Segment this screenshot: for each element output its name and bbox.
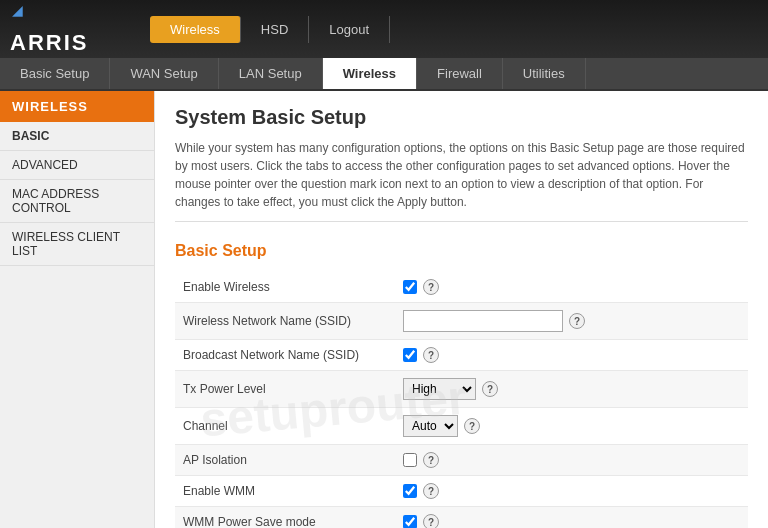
help-icon[interactable]: ? bbox=[569, 313, 585, 329]
table-row: Enable WMM? bbox=[175, 476, 748, 507]
checkbox-enable-wmm[interactable] bbox=[403, 484, 417, 498]
field-label: Channel bbox=[175, 408, 395, 445]
help-icon[interactable]: ? bbox=[423, 514, 439, 528]
header-nav-hsd[interactable]: HSD bbox=[241, 16, 309, 43]
table-row: ChannelAuto1234567891011? bbox=[175, 408, 748, 445]
help-icon[interactable]: ? bbox=[482, 381, 498, 397]
checkbox-enable-wireless[interactable] bbox=[403, 280, 417, 294]
field-label: AP Isolation bbox=[175, 445, 395, 476]
sidebar-item-advanced[interactable]: ADVANCED bbox=[0, 151, 154, 180]
table-row: Enable Wireless? bbox=[175, 272, 748, 303]
header: ◢ ARRIS WirelessHSDLogout bbox=[0, 0, 768, 58]
sidebar-item-basic[interactable]: BASIC bbox=[0, 122, 154, 151]
table-row: Tx Power LevelHighMediumLow? bbox=[175, 371, 748, 408]
text-wireless-network-name-(ssid)[interactable] bbox=[403, 310, 563, 332]
header-nav-wireless[interactable]: Wireless bbox=[150, 16, 241, 43]
sidebar-item-wireless-client-list[interactable]: WIRELESS CLIENT LIST bbox=[0, 223, 154, 266]
field-label: WMM Power Save mode bbox=[175, 507, 395, 529]
table-row: Wireless Network Name (SSID)? bbox=[175, 303, 748, 340]
sidebar: WIRELESS BASICADVANCEDMAC ADDRESS CONTRO… bbox=[0, 91, 155, 528]
help-icon[interactable]: ? bbox=[423, 483, 439, 499]
checkbox-wmm-power-save-mode[interactable] bbox=[403, 515, 417, 528]
help-icon[interactable]: ? bbox=[423, 279, 439, 295]
table-row: Broadcast Network Name (SSID)? bbox=[175, 340, 748, 371]
page-description: While your system has many configuration… bbox=[175, 139, 748, 222]
logo-bird: ◢ bbox=[12, 2, 88, 18]
header-nav: WirelessHSDLogout bbox=[150, 16, 390, 43]
field-label: Wireless Network Name (SSID) bbox=[175, 303, 395, 340]
field-label: Tx Power Level bbox=[175, 371, 395, 408]
main-content: System Basic Setup While your system has… bbox=[155, 91, 768, 528]
field-label: Enable Wireless bbox=[175, 272, 395, 303]
page-title: System Basic Setup bbox=[175, 106, 748, 129]
tab-utilities[interactable]: Utilities bbox=[503, 58, 586, 89]
field-label: Broadcast Network Name (SSID) bbox=[175, 340, 395, 371]
table-row: AP Isolation? bbox=[175, 445, 748, 476]
help-icon[interactable]: ? bbox=[423, 347, 439, 363]
checkbox-ap-isolation[interactable] bbox=[403, 453, 417, 467]
tab-wan-setup[interactable]: WAN Setup bbox=[110, 58, 218, 89]
tab-firewall[interactable]: Firewall bbox=[417, 58, 503, 89]
sidebar-item-mac-address-control[interactable]: MAC ADDRESS CONTROL bbox=[0, 180, 154, 223]
header-nav-logout[interactable]: Logout bbox=[309, 16, 390, 43]
select-tx-power-level[interactable]: HighMediumLow bbox=[403, 378, 476, 400]
field-label: Enable WMM bbox=[175, 476, 395, 507]
logo-text: ARRIS bbox=[10, 30, 88, 55]
checkbox-broadcast-network-name-(ssid)[interactable] bbox=[403, 348, 417, 362]
select-channel[interactable]: Auto1234567891011 bbox=[403, 415, 458, 437]
top-tabs-bar: Basic SetupWAN SetupLAN SetupWirelessFir… bbox=[0, 58, 768, 91]
tab-basic-setup[interactable]: Basic Setup bbox=[0, 58, 110, 89]
help-icon[interactable]: ? bbox=[464, 418, 480, 434]
tab-lan-setup[interactable]: LAN Setup bbox=[219, 58, 323, 89]
help-icon[interactable]: ? bbox=[423, 452, 439, 468]
tab-wireless[interactable]: Wireless bbox=[323, 58, 417, 89]
sidebar-header: WIRELESS bbox=[0, 91, 154, 122]
section-title: Basic Setup bbox=[175, 242, 748, 260]
logo-area: ◢ ARRIS bbox=[10, 2, 130, 56]
table-row: WMM Power Save mode? bbox=[175, 507, 748, 529]
